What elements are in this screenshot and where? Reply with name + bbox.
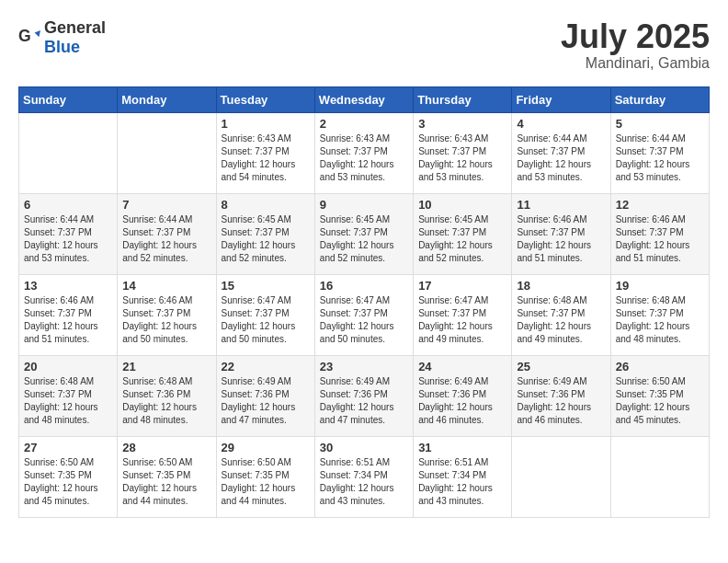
cell-info: Sunrise: 6:44 AMSunset: 7:37 PMDaylight:… bbox=[24, 213, 112, 265]
day-number: 5 bbox=[616, 117, 704, 131]
cell-info: Sunrise: 6:45 AMSunset: 7:37 PMDaylight:… bbox=[418, 213, 506, 265]
calendar-cell: 23Sunrise: 6:49 AMSunset: 7:36 PMDayligh… bbox=[314, 355, 413, 436]
cell-info: Sunrise: 6:50 AMSunset: 7:35 PMDaylight:… bbox=[122, 456, 210, 508]
calendar-cell: 25Sunrise: 6:49 AMSunset: 7:36 PMDayligh… bbox=[512, 355, 610, 436]
svg-marker-1 bbox=[35, 30, 40, 37]
day-number: 8 bbox=[222, 198, 310, 212]
calendar-cell: 17Sunrise: 6:47 AMSunset: 7:37 PMDayligh… bbox=[414, 274, 512, 355]
cell-info: Sunrise: 6:44 AMSunset: 7:37 PMDaylight:… bbox=[122, 213, 210, 265]
calendar-cell: 9Sunrise: 6:45 AMSunset: 7:37 PMDaylight… bbox=[314, 193, 413, 274]
calendar-cell: 8Sunrise: 6:45 AMSunset: 7:37 PMDaylight… bbox=[216, 193, 314, 274]
day-number: 17 bbox=[418, 279, 506, 293]
cell-info: Sunrise: 6:43 AMSunset: 7:37 PMDaylight:… bbox=[222, 132, 310, 184]
day-number: 1 bbox=[222, 117, 310, 131]
calendar-cell: 18Sunrise: 6:48 AMSunset: 7:37 PMDayligh… bbox=[512, 274, 610, 355]
calendar-cell: 6Sunrise: 6:44 AMSunset: 7:37 PMDaylight… bbox=[19, 193, 118, 274]
cell-info: Sunrise: 6:46 AMSunset: 7:37 PMDaylight:… bbox=[517, 213, 605, 265]
calendar-cell bbox=[610, 436, 709, 517]
cell-info: Sunrise: 6:45 AMSunset: 7:37 PMDaylight:… bbox=[222, 213, 310, 265]
calendar-cell: 16Sunrise: 6:47 AMSunset: 7:37 PMDayligh… bbox=[314, 274, 413, 355]
location-title: Mandinari, Gambia bbox=[561, 55, 710, 72]
cell-info: Sunrise: 6:49 AMSunset: 7:36 PMDaylight:… bbox=[517, 375, 605, 427]
cell-info: Sunrise: 6:47 AMSunset: 7:37 PMDaylight:… bbox=[222, 294, 310, 346]
day-number: 21 bbox=[122, 360, 210, 373]
day-number: 26 bbox=[616, 360, 704, 373]
month-title: July 2025 bbox=[561, 18, 710, 55]
day-number: 13 bbox=[24, 279, 112, 293]
day-number: 10 bbox=[418, 198, 506, 212]
cell-info: Sunrise: 6:44 AMSunset: 7:37 PMDaylight:… bbox=[517, 132, 605, 184]
day-number: 25 bbox=[517, 360, 605, 373]
calendar-cell: 5Sunrise: 6:44 AMSunset: 7:37 PMDaylight… bbox=[610, 112, 709, 193]
day-number: 7 bbox=[122, 198, 210, 212]
calendar-cell: 15Sunrise: 6:47 AMSunset: 7:37 PMDayligh… bbox=[216, 274, 314, 355]
cell-info: Sunrise: 6:45 AMSunset: 7:37 PMDaylight:… bbox=[320, 213, 408, 265]
calendar-cell: 27Sunrise: 6:50 AMSunset: 7:35 PMDayligh… bbox=[19, 436, 118, 517]
day-number: 23 bbox=[320, 360, 408, 373]
day-number: 31 bbox=[418, 441, 506, 454]
calendar-cell: 22Sunrise: 6:49 AMSunset: 7:36 PMDayligh… bbox=[216, 355, 314, 436]
cell-info: Sunrise: 6:49 AMSunset: 7:36 PMDaylight:… bbox=[418, 375, 506, 427]
calendar-cell: 2Sunrise: 6:43 AMSunset: 7:37 PMDaylight… bbox=[314, 112, 413, 193]
calendar-cell: 10Sunrise: 6:45 AMSunset: 7:37 PMDayligh… bbox=[414, 193, 512, 274]
day-number: 3 bbox=[418, 117, 506, 131]
cell-info: Sunrise: 6:46 AMSunset: 7:37 PMDaylight:… bbox=[122, 294, 210, 346]
calendar-cell: 26Sunrise: 6:50 AMSunset: 7:35 PMDayligh… bbox=[610, 355, 709, 436]
weekday-header-monday: Monday bbox=[118, 86, 216, 112]
cell-info: Sunrise: 6:48 AMSunset: 7:36 PMDaylight:… bbox=[122, 375, 210, 427]
logo-blue-text: Blue bbox=[44, 38, 80, 56]
calendar-cell: 4Sunrise: 6:44 AMSunset: 7:37 PMDaylight… bbox=[512, 112, 610, 193]
cell-info: Sunrise: 6:49 AMSunset: 7:36 PMDaylight:… bbox=[320, 375, 408, 427]
cell-info: Sunrise: 6:48 AMSunset: 7:37 PMDaylight:… bbox=[616, 294, 704, 346]
weekday-header-row: SundayMondayTuesdayWednesdayThursdayFrid… bbox=[19, 86, 710, 112]
day-number: 30 bbox=[320, 441, 408, 454]
day-number: 9 bbox=[320, 198, 408, 212]
cell-info: Sunrise: 6:43 AMSunset: 7:37 PMDaylight:… bbox=[418, 132, 506, 184]
calendar-week-2: 6Sunrise: 6:44 AMSunset: 7:37 PMDaylight… bbox=[19, 193, 710, 274]
calendar-week-5: 27Sunrise: 6:50 AMSunset: 7:35 PMDayligh… bbox=[19, 436, 710, 517]
cell-info: Sunrise: 6:50 AMSunset: 7:35 PMDaylight:… bbox=[616, 375, 704, 427]
day-number: 12 bbox=[616, 198, 704, 212]
day-number: 15 bbox=[222, 279, 310, 293]
day-number: 16 bbox=[320, 279, 408, 293]
day-number: 6 bbox=[24, 198, 112, 212]
cell-info: Sunrise: 6:51 AMSunset: 7:34 PMDaylight:… bbox=[320, 456, 408, 508]
calendar-cell bbox=[512, 436, 610, 517]
day-number: 29 bbox=[222, 441, 310, 454]
day-number: 2 bbox=[320, 117, 408, 131]
calendar-cell: 7Sunrise: 6:44 AMSunset: 7:37 PMDaylight… bbox=[118, 193, 216, 274]
calendar-week-1: 1Sunrise: 6:43 AMSunset: 7:37 PMDaylight… bbox=[19, 112, 710, 193]
cell-info: Sunrise: 6:46 AMSunset: 7:37 PMDaylight:… bbox=[616, 213, 704, 265]
calendar-cell: 20Sunrise: 6:48 AMSunset: 7:37 PMDayligh… bbox=[19, 355, 118, 436]
cell-info: Sunrise: 6:43 AMSunset: 7:37 PMDaylight:… bbox=[320, 132, 408, 184]
cell-info: Sunrise: 6:51 AMSunset: 7:34 PMDaylight:… bbox=[418, 456, 506, 508]
weekday-header-friday: Friday bbox=[512, 86, 610, 112]
cell-info: Sunrise: 6:48 AMSunset: 7:37 PMDaylight:… bbox=[517, 294, 605, 346]
cell-info: Sunrise: 6:47 AMSunset: 7:37 PMDaylight:… bbox=[418, 294, 506, 346]
weekday-header-saturday: Saturday bbox=[610, 86, 709, 112]
day-number: 28 bbox=[122, 441, 210, 454]
cell-info: Sunrise: 6:48 AMSunset: 7:37 PMDaylight:… bbox=[24, 375, 112, 427]
logo: G General Blue bbox=[18, 18, 106, 57]
calendar-cell: 12Sunrise: 6:46 AMSunset: 7:37 PMDayligh… bbox=[610, 193, 709, 274]
page-header: G General Blue July 2025 Mandinari, Gamb… bbox=[18, 18, 710, 72]
day-number: 24 bbox=[418, 360, 506, 373]
calendar-cell bbox=[19, 112, 118, 193]
day-number: 19 bbox=[616, 279, 704, 293]
cell-info: Sunrise: 6:49 AMSunset: 7:36 PMDaylight:… bbox=[222, 375, 310, 427]
day-number: 27 bbox=[24, 441, 112, 454]
calendar-cell: 19Sunrise: 6:48 AMSunset: 7:37 PMDayligh… bbox=[610, 274, 709, 355]
logo-icon: G bbox=[18, 27, 40, 49]
cell-info: Sunrise: 6:50 AMSunset: 7:35 PMDaylight:… bbox=[24, 456, 112, 508]
title-block: July 2025 Mandinari, Gambia bbox=[561, 18, 710, 72]
calendar-cell: 31Sunrise: 6:51 AMSunset: 7:34 PMDayligh… bbox=[414, 436, 512, 517]
calendar-cell: 13Sunrise: 6:46 AMSunset: 7:37 PMDayligh… bbox=[19, 274, 118, 355]
cell-info: Sunrise: 6:46 AMSunset: 7:37 PMDaylight:… bbox=[24, 294, 112, 346]
day-number: 22 bbox=[222, 360, 310, 373]
cell-info: Sunrise: 6:50 AMSunset: 7:35 PMDaylight:… bbox=[222, 456, 310, 508]
weekday-header-tuesday: Tuesday bbox=[216, 86, 314, 112]
weekday-header-sunday: Sunday bbox=[19, 86, 118, 112]
calendar-cell: 29Sunrise: 6:50 AMSunset: 7:35 PMDayligh… bbox=[216, 436, 314, 517]
calendar-cell: 11Sunrise: 6:46 AMSunset: 7:37 PMDayligh… bbox=[512, 193, 610, 274]
calendar-cell: 3Sunrise: 6:43 AMSunset: 7:37 PMDaylight… bbox=[414, 112, 512, 193]
